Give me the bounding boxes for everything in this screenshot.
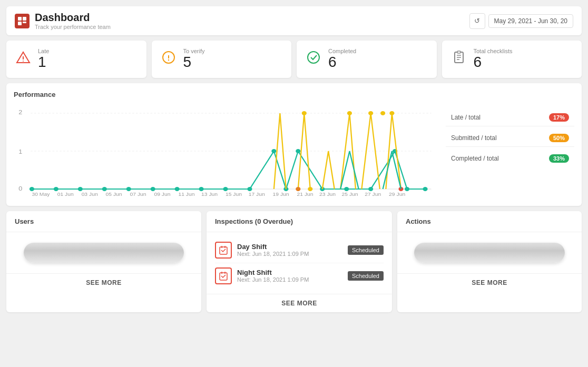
kpi-info-checklists: Total checklists 6 <box>474 48 513 71</box>
verify-icon <box>161 50 176 68</box>
late-icon <box>16 50 31 68</box>
inspection-badge-1: Scheduled <box>348 271 384 281</box>
stat-row-submitted: Submitted / total 50% <box>446 130 574 147</box>
svg-point-50 <box>296 149 300 153</box>
inspection-next-0: Next: Jun 18, 2021 1:09 PM <box>237 251 342 257</box>
inspections-panel-header: Inspections (0 Overdue) <box>207 211 392 232</box>
bottom-row: Users SEE MORE Inspections (0 Overdue) <box>6 211 582 312</box>
svg-text:03 Jun: 03 Jun <box>82 191 98 196</box>
svg-point-38 <box>30 187 34 191</box>
stat-badge-submitted: 50% <box>549 134 569 142</box>
inspection-item-0: Day Shift Next: Jun 18, 2021 1:09 PM Sch… <box>215 237 384 263</box>
svg-point-59 <box>308 187 312 191</box>
inspections-see-more[interactable]: SEE MORE <box>207 294 392 312</box>
completed-icon <box>306 50 321 68</box>
svg-point-53 <box>368 187 373 191</box>
header-left: Dashboard Track your performance team <box>15 12 111 30</box>
header-right: ↺ May 29, 2021 - Jun 30, 20 <box>469 13 573 29</box>
users-slider[interactable] <box>24 243 184 263</box>
users-panel-header: Users <box>6 211 201 232</box>
svg-rect-2 <box>18 22 22 25</box>
svg-point-56 <box>423 187 427 191</box>
inspection-next-1: Next: Jun 18, 2021 1:09 PM <box>237 276 342 283</box>
svg-point-40 <box>78 187 83 191</box>
users-panel: Users SEE MORE <box>6 211 201 312</box>
svg-rect-15 <box>457 51 460 53</box>
page-subtitle: Track your performance team <box>35 24 111 30</box>
svg-point-55 <box>405 187 409 191</box>
kpi-card-late: Late 1 <box>6 41 146 78</box>
page-title: Dashboard <box>35 12 111 24</box>
date-range-picker[interactable]: May 29, 2021 - Jun 30, 20 <box>488 14 573 28</box>
svg-text:30 May: 30 May <box>32 191 50 196</box>
stat-badge-completed: 33% <box>549 154 569 163</box>
svg-point-44 <box>175 187 180 191</box>
svg-text:27 Jun: 27 Jun <box>365 191 381 196</box>
kpi-info-completed: Completed 6 <box>328 48 356 71</box>
svg-point-45 <box>199 187 203 191</box>
kpi-info-late: Late 1 <box>38 48 49 71</box>
svg-point-41 <box>102 187 107 191</box>
svg-text:21 Jun: 21 Jun <box>297 191 313 196</box>
svg-text:01 Jun: 01 Jun <box>57 191 74 196</box>
kpi-card-completed: Completed 6 <box>297 41 437 78</box>
users-see-more[interactable]: SEE MORE <box>6 273 201 292</box>
performance-title: Performance <box>14 91 574 98</box>
stat-label-late: Late / total <box>451 114 481 121</box>
svg-text:2: 2 <box>18 109 22 116</box>
stat-badge-late: 17% <box>549 113 569 122</box>
svg-text:0: 0 <box>18 185 22 192</box>
svg-text:19 Jun: 19 Jun <box>273 191 289 196</box>
actions-slider[interactable] <box>414 243 565 263</box>
svg-text:09 Jun: 09 Jun <box>154 191 170 196</box>
svg-text:05 Jun: 05 Jun <box>106 191 122 196</box>
inspection-item-1: Night Shift Next: Jun 18, 2021 1:09 PM S… <box>215 263 384 289</box>
svg-point-63 <box>389 111 394 115</box>
kpi-value-completed: 6 <box>328 54 356 71</box>
inspection-info-0: Day Shift Next: Jun 18, 2021 1:09 PM <box>237 243 342 257</box>
svg-point-52 <box>344 187 349 191</box>
svg-text:29 Jun: 29 Jun <box>389 191 405 196</box>
inspection-icon-1 <box>215 267 232 284</box>
kpi-value-checklists: 6 <box>474 54 513 71</box>
performance-stats: Late / total 17% Submitted / total 50% C… <box>437 104 574 199</box>
actions-see-more[interactable]: SEE MORE <box>397 273 582 292</box>
stat-label-submitted: Submitted / total <box>451 134 497 142</box>
inspections-panel-content: Day Shift Next: Jun 18, 2021 1:09 PM Sch… <box>207 232 392 294</box>
inspection-info-1: Night Shift Next: Jun 18, 2021 1:09 PM <box>237 269 342 283</box>
kpi-card-checklists: Total checklists 6 <box>442 41 582 78</box>
svg-point-46 <box>223 187 228 191</box>
stat-row-late: Late / total 17% <box>446 109 574 126</box>
date-refresh: ↺ May 29, 2021 - Jun 30, 20 <box>469 13 573 29</box>
inspection-icon-0 <box>215 242 232 259</box>
actions-panel: Actions SEE MORE <box>397 211 582 312</box>
svg-point-48 <box>271 149 276 153</box>
svg-point-57 <box>296 187 300 191</box>
svg-rect-1 <box>23 17 26 21</box>
header: Dashboard Track your performance team ↺ … <box>6 6 582 35</box>
inspection-name-1: Night Shift <box>237 269 342 276</box>
refresh-button[interactable]: ↺ <box>469 13 485 29</box>
performance-content: 2 1 0 30 May 01 Jun 03 Jun 05 Jun 07 Jun… <box>14 104 574 199</box>
performance-chart: 2 1 0 30 May 01 Jun 03 Jun 05 Jun 07 Jun… <box>14 104 437 199</box>
svg-text:15 Jun: 15 Jun <box>226 191 242 196</box>
kpi-row: Late 1 To verify 5 <box>6 41 582 78</box>
svg-point-47 <box>247 187 252 191</box>
svg-text:23 Jun: 23 Jun <box>319 191 336 196</box>
svg-rect-3 <box>23 22 26 23</box>
svg-point-58 <box>302 111 307 115</box>
kpi-value-verify: 5 <box>183 54 205 71</box>
header-title-group: Dashboard Track your performance team <box>35 12 111 30</box>
inspection-name-0: Day Shift <box>237 243 342 251</box>
actions-panel-content <box>397 232 582 273</box>
actions-panel-header: Actions <box>397 211 582 232</box>
svg-text:25 Jun: 25 Jun <box>342 191 358 196</box>
svg-rect-0 <box>18 17 22 21</box>
svg-text:17 Jun: 17 Jun <box>249 191 265 196</box>
stat-row-completed: Completed / total 33% <box>446 150 574 167</box>
svg-point-61 <box>368 111 373 115</box>
inspection-badge-0: Scheduled <box>348 245 384 255</box>
svg-text:07 Jun: 07 Jun <box>130 191 146 196</box>
svg-point-9 <box>168 59 169 61</box>
svg-text:13 Jun: 13 Jun <box>201 191 218 196</box>
